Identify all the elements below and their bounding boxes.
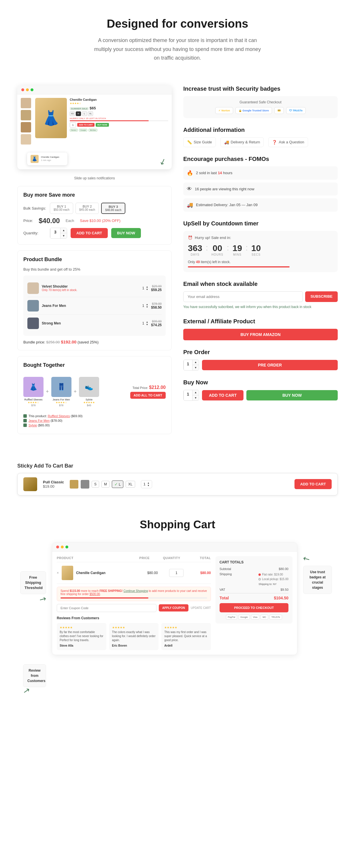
cart-item-qty-box[interactable]: 1 xyxy=(169,569,183,577)
reviews-grid: ★★★★★ By far the most comfortable clothe… xyxy=(57,623,211,650)
pre-order-action-row: 1 ▲ ▼ PRE ORDER xyxy=(183,360,338,371)
bundle-qty-up-2[interactable]: ▲ xyxy=(146,303,148,306)
quantity-stepper[interactable]: 3 ▲ ▼ xyxy=(50,228,67,239)
bt-jeans-link: Jeans For Men xyxy=(29,419,50,422)
qty-up-arrow[interactable]: ▲ xyxy=(60,228,67,233)
bulk-option-3[interactable]: BUY 3 $40.00 each xyxy=(101,203,125,214)
bt-stars-2: ★★★★☆ xyxy=(51,401,71,404)
variant-img-2 xyxy=(81,480,89,489)
email-success-message: You have successfully subcribed, we will… xyxy=(183,304,338,309)
notif-time: 1 min ago xyxy=(41,159,59,162)
bt-total-area: Total Price: $212.00 ADD ALL TO CART xyxy=(130,385,166,399)
secs-value: 10 xyxy=(251,243,261,253)
sticky-add-cart-btn[interactable]: ADD TO CART xyxy=(295,479,332,489)
mini-add-cart-btn[interactable]: ADD TO CART xyxy=(77,123,94,127)
sticky-product-info: Pull Classic $19.00 xyxy=(43,480,64,489)
total-value: $104.50 xyxy=(274,596,289,600)
qty-down-arrow[interactable]: ▼ xyxy=(60,233,67,238)
bulk-option-1-price: $50.00 each xyxy=(54,208,69,211)
update-cart-btn[interactable]: UPDATE CART xyxy=(191,606,211,610)
bulk-option-2-label: BUY 2 xyxy=(79,205,95,208)
variant-l[interactable]: ✓ L xyxy=(112,480,123,488)
buy-now-button[interactable]: BUY NOW xyxy=(111,228,141,238)
bundle-qty-up-1[interactable]: ▲ xyxy=(146,286,148,288)
buy-now-qty-up[interactable]: ▲ xyxy=(193,390,199,395)
continue-shopping-link[interactable]: Continue Shopping xyxy=(123,589,148,592)
stock-bar: HURRY! ONLY 35 LEFT IN STOCK xyxy=(70,117,168,121)
email-stock-title: Email when stock available xyxy=(183,281,338,287)
mini-buy-now-btn[interactable]: BUY NOW xyxy=(96,123,109,127)
radio-1[interactable] xyxy=(259,574,261,576)
variant-xl[interactable]: XL xyxy=(126,481,135,488)
bundle-total-new: $192.00 xyxy=(61,339,76,344)
bt-checkbox-3[interactable] xyxy=(23,424,27,427)
email-input[interactable] xyxy=(183,291,303,302)
bt-sylvie-link: Sylvie xyxy=(29,424,37,427)
bundle-qty-down-2[interactable]: ▼ xyxy=(146,306,148,308)
thumbnail-1 xyxy=(21,98,31,108)
sticky-qty-down[interactable]: ▼ xyxy=(147,484,150,487)
bulk-option-2[interactable]: BUY 2 $45.00 each xyxy=(76,203,99,214)
info-delivery[interactable]: 🚚 Delivery & Return xyxy=(220,137,264,147)
info-size-guide[interactable]: 📏 Size Guide xyxy=(183,137,216,147)
bundle-qty-up-3[interactable]: ▲ xyxy=(146,321,148,323)
buy-now-qty-down[interactable]: ▼ xyxy=(193,395,199,400)
notification-popup: 👗 Chenille Cardigan 1 min ago xyxy=(27,153,67,165)
amazon-button[interactable]: BUY FROM AMAZON xyxy=(183,329,338,340)
buy-now-btn[interactable]: BUY NOW xyxy=(246,390,338,400)
days-label: DAYS xyxy=(188,253,202,256)
bt-stars-1: ★★★★☆ xyxy=(23,401,43,404)
shopping-cart-section: Shopping Cart Free Shipping Threshold ↗ … xyxy=(0,501,355,714)
cart-item-total: $80.00 xyxy=(190,571,211,575)
dot-green xyxy=(31,88,33,91)
total-row: Total $104.50 xyxy=(219,593,289,600)
bt-checkbox-1[interactable] xyxy=(23,414,27,418)
alarm-icon: ⏰ xyxy=(188,236,193,240)
add-to-cart-button[interactable]: ADD TO CART xyxy=(70,228,108,238)
cart-badge-visa: Visa xyxy=(251,615,259,620)
radio-2[interactable] xyxy=(259,578,261,580)
bulk-option-1[interactable]: BUY 1 $50.00 each xyxy=(50,203,73,214)
bt-checkbox-2[interactable] xyxy=(23,419,27,422)
apply-coupon-btn[interactable]: APPLY COUPON xyxy=(159,604,188,612)
pre-order-qty-up[interactable]: ▲ xyxy=(193,360,199,365)
variant-s[interactable]: S xyxy=(92,481,99,488)
qty-action-row: Quantity: 3 ▲ ▼ ADD TO CART BUY NOW xyxy=(23,228,166,239)
size-l[interactable]: L xyxy=(82,112,87,116)
bundle-qty-down-3[interactable]: ▼ xyxy=(146,323,148,326)
size-guide-label: Size Guide xyxy=(194,140,212,144)
sticky-qty: 1 ▲ ▼ xyxy=(141,480,152,488)
size-m[interactable]: M xyxy=(76,112,81,116)
sticky-qty-up[interactable]: ▲ xyxy=(147,482,150,484)
security-badges: ✓ Norton 🔒 Google Trusted Store 💳 🛡 TRUS… xyxy=(187,107,334,114)
col-header-qty: QUANTITY xyxy=(159,556,183,560)
size-xs[interactable]: XS xyxy=(70,112,75,116)
review-card-3: ★★★★★ This was my first order and I was … xyxy=(161,623,211,650)
info-question[interactable]: ❓ Ask a Question xyxy=(268,137,308,147)
security-section: Increase trust with Security badges Guar… xyxy=(183,86,338,118)
coupon-input[interactable] xyxy=(57,604,156,612)
pre-order-section: Pre Order 1 ▲ ▼ PRE ORDER xyxy=(183,349,338,371)
variant-m[interactable]: M xyxy=(101,481,110,488)
info-links: 📏 Size Guide 🚚 Delivery & Return ❓ Ask a… xyxy=(183,137,338,147)
bundle-qty-down-1[interactable]: ▼ xyxy=(146,288,148,291)
free-shipping-min: $500.00 xyxy=(90,592,100,596)
pre-order-qty-down[interactable]: ▼ xyxy=(193,365,199,370)
sticky-bar: Pull Classic $19.00 S M ✓ L XL 1 ▲ ▼ ADD… xyxy=(17,473,338,495)
product-stars: ★★★★☆ xyxy=(70,102,168,105)
bt-add-all-btn[interactable]: ADD ALL TO CART xyxy=(130,392,166,399)
review-author-3: Ardell xyxy=(164,644,208,647)
pre-order-button[interactable]: PRE ORDER xyxy=(202,360,338,370)
bundle-qty-1: 1 xyxy=(142,286,144,290)
checkout-btn[interactable]: PROCEED TO CHECKOUT xyxy=(219,603,289,612)
buy-now-qty-stepper[interactable]: 1 ▲ ▼ xyxy=(183,390,199,401)
cart-right-labels: ↗ Use trust badges at crucial stages xyxy=(303,542,338,594)
pre-order-qty-stepper[interactable]: 1 ▲ ▼ xyxy=(183,360,199,371)
cart-remove-btn[interactable]: × xyxy=(57,571,59,575)
buy-now-add-cart-btn[interactable]: ADD TO CART xyxy=(202,390,243,400)
size-xl[interactable]: XL xyxy=(88,112,93,116)
hero-subtitle: A conversion optimized theme for your st… xyxy=(91,36,264,62)
subscribe-button[interactable]: SUBSCRIBE xyxy=(305,291,338,302)
pre-order-arrows: ▲ ▼ xyxy=(193,360,199,370)
qty-display: 1 xyxy=(70,122,76,127)
